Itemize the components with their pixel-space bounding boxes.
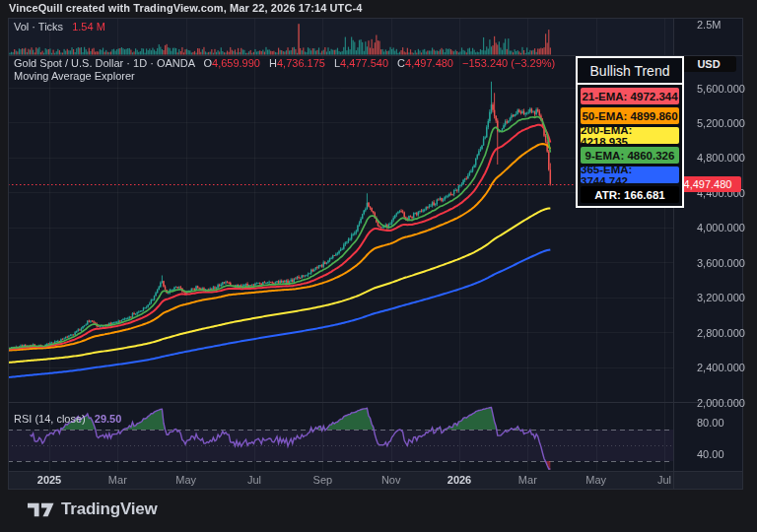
time-axis-label: Nov [381, 474, 401, 486]
time-axis-label: 2026 [447, 474, 471, 486]
time-axis-label: Jul [247, 474, 261, 486]
price-axis-label: 4,000.000 [697, 222, 745, 233]
time-axis-label: Sep [313, 474, 333, 486]
time-axis-label: Jul [657, 474, 671, 486]
rsi-axis-label: 40.00 [697, 448, 724, 460]
volume-scale-label: 2.5M [697, 19, 721, 31]
price-axis-label: 5,600.000 [697, 83, 745, 95]
symbol-legend[interactable]: Gold Spot / U.S. Dollar · 1D · OANDA O4,… [14, 57, 555, 69]
legend-atr-chip: ATR: 166.681 [581, 186, 679, 203]
tradingview-logo-icon [28, 501, 54, 518]
tradingview-snapshot: VinceQuill created with TradingView.com,… [0, 0, 757, 532]
legend-ema50-chip: 50-EMA: 4899.860 [581, 107, 679, 124]
volume-indicator-value: 1.54 M [72, 21, 105, 33]
high-value: 4,736.175 [277, 57, 325, 69]
change-value: −153.240 (−3.29%) [462, 57, 555, 69]
attribution-text: VinceQuill created with TradingView.com,… [9, 2, 362, 14]
time-axis-label: May [585, 474, 606, 486]
bullish-trend-panel: Bullish Trend 21-EMA: 4972.344 50-EMA: 4… [576, 56, 684, 208]
price-axis-label: 3,200.000 [697, 292, 745, 303]
rsi-indicator-label: RSI (14, close) [14, 413, 86, 425]
price-axis-label: 4,800.000 [697, 152, 745, 164]
time-axis-label: Mar [518, 474, 537, 486]
open-value: 4,659.990 [212, 57, 260, 69]
legend-ema21-chip: 21-EMA: 4972.344 [581, 88, 679, 104]
low-value: 4,477.540 [340, 57, 388, 69]
tradingview-logo-text: TradingView [61, 499, 158, 519]
volume-indicator-legend[interactable]: Vol · Ticks 1.54 M [14, 21, 105, 33]
ma-explorer-legend[interactable]: Moving Average Explorer [14, 70, 135, 82]
tradingview-logo[interactable]: TradingView [28, 499, 158, 519]
ma-explorer-label: Moving Average Explorer [14, 70, 135, 82]
rsi-indicator-legend[interactable]: RSI (14, close) 29.50 [14, 413, 121, 425]
price-axis-label: 2,400.000 [697, 362, 745, 373]
price-axis-label: 3,600.000 [697, 257, 745, 269]
price-axis-label: 5,200.000 [697, 117, 745, 129]
open-label: O [203, 57, 212, 69]
high-label: H [269, 57, 277, 69]
close-label: C [397, 57, 405, 69]
symbol-title: Gold Spot / U.S. Dollar · 1D · OANDA [14, 57, 194, 69]
trend-status-title: Bullish Trend [578, 58, 682, 85]
time-axis-label: 2025 [37, 474, 61, 486]
rsi-indicator-value: 29.50 [95, 413, 122, 425]
currency-badge[interactable]: USD [681, 56, 736, 72]
time-axis-label: May [175, 474, 196, 486]
last-price-badge: 4,497.480 [674, 176, 741, 192]
price-axis-label: 2,000.000 [697, 397, 745, 409]
legend-ema200-chip: 200-EMA: 4218.935 [581, 127, 679, 144]
close-value: 4,497.480 [405, 57, 453, 69]
price-axis-label: 2,800.000 [697, 327, 745, 339]
volume-indicator-label: Vol · Ticks [14, 21, 63, 33]
time-axis-label: Mar [108, 474, 127, 486]
legend-ema9-chip: 9-EMA: 4860.326 [581, 147, 679, 164]
rsi-axis-label: 80.00 [697, 417, 724, 429]
legend-ema365-chip: 365-EMA: 3744.742 [581, 166, 679, 183]
